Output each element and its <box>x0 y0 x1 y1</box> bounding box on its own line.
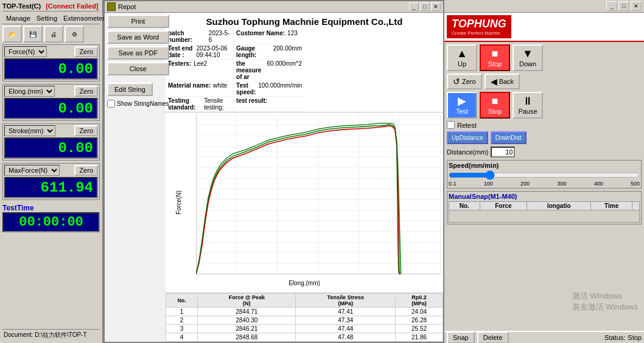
stop2-label: Stop <box>488 108 502 115</box>
report-titlebar: Repot _ □ ✕ <box>105 1 443 13</box>
distance-input[interactable] <box>491 147 515 158</box>
elong-value: 0.00 <box>4 98 98 119</box>
test-btn[interactable]: ▶ Test <box>447 92 477 119</box>
table-row: 12844.7147.4124.04 <box>166 308 443 316</box>
snap-col-no: No. <box>449 202 480 210</box>
report-window-title: Repot <box>118 3 136 10</box>
stroke-zero-btn[interactable]: Zero <box>74 125 98 136</box>
speed-tick-labels: 0.1 100 200 300 400 500 <box>449 181 640 187</box>
report-buttons: Print Save as Word Save as PDF Close Edi… <box>107 15 169 108</box>
save-pdf-btn[interactable]: Save as PDF <box>107 46 169 60</box>
stroke-value: 0.00 <box>4 137 98 159</box>
maxforce-zero-btn[interactable]: Zero <box>74 165 98 176</box>
close-btn[interactable]: Close <box>107 62 169 75</box>
document-label: Document: <box>4 331 33 338</box>
testtime-section: TestTime 00:00:00 <box>2 203 100 232</box>
maximize-btn[interactable]: □ <box>420 2 430 11</box>
save-btn[interactable]: 💾 <box>23 26 43 43</box>
table-row: 22840.3047.3426.28 <box>166 316 443 325</box>
speed-slider-container: 0.1 100 200 300 400 500 <box>449 170 640 187</box>
back-label: Back <box>499 78 514 85</box>
tophung-logo: TOPHUNG <box>452 18 506 30</box>
stroke-dropdown[interactable]: Stroke(mm) <box>4 125 55 136</box>
chart-y-label: Force(N) <box>175 190 182 214</box>
close-report-btn[interactable]: ✕ <box>431 2 441 11</box>
snap-col-force: Force <box>480 202 527 210</box>
up-btn[interactable]: ▲ Up <box>447 44 477 71</box>
show-string-names-label: Show StringNames <box>117 100 169 107</box>
right-close-btn[interactable]: ✕ <box>631 1 642 11</box>
menu-manage[interactable]: Manage <box>4 14 33 23</box>
zero-ctrl-label: Zero <box>462 78 476 85</box>
report-window-icon <box>107 2 116 11</box>
testtime-label: TestTime <box>2 204 100 212</box>
table-row: 32846.2147.4425.52 <box>166 325 443 333</box>
pause-label: Pause <box>518 108 537 115</box>
right-top-bar: _ □ ✕ <box>444 0 644 13</box>
maxforce-dropdown[interactable]: MaxForce(N) <box>4 165 60 176</box>
edit-string-btn[interactable]: Edit String <box>107 83 153 96</box>
pause-btn[interactable]: ⏸ Pause <box>513 92 543 119</box>
maxforce-group: MaxForce(N) Zero 611.94 <box>2 163 100 200</box>
down-btn[interactable]: ▼ Down <box>513 44 543 71</box>
open-btn[interactable]: 📂 <box>2 26 22 43</box>
zero-ctrl-btn[interactable]: ↺ Zero <box>447 74 482 89</box>
chart-area: Force(N) <box>166 113 443 293</box>
stop-btn-main[interactable]: ■ Stop <box>480 44 510 71</box>
stroke-group: Stroke(mm) Zero 0.00 <box>2 123 100 161</box>
report-data-table: No. Force @ Peak(N) Tensile Stress(MPa) … <box>166 293 443 342</box>
stop2-btn[interactable]: ■ Stop <box>480 92 510 119</box>
document-bar: Document: D:\拉力软件\TOP-T <box>2 329 100 341</box>
col-no: No. <box>166 294 198 308</box>
up-stop-down-row: ▲ Up ■ Stop ▼ Down <box>447 44 642 71</box>
settings-btn[interactable]: ⚙ <box>65 26 84 43</box>
show-string-names-checkbox[interactable] <box>107 100 115 108</box>
toolbar: 📂 💾 🖨 ⚙ <box>2 26 100 43</box>
right-minimize-btn[interactable]: _ <box>606 1 617 11</box>
zero-back-row: ↺ Zero ◀ Back <box>447 74 642 89</box>
left-panel: TOP-Test(C) [Connect Failed] Manage Sett… <box>0 0 103 343</box>
stop2-icon: ■ <box>492 95 499 106</box>
minimize-btn[interactable]: _ <box>409 2 419 11</box>
elong-group: Elong.(mm) Zero 0.00 <box>2 84 100 121</box>
test-stop-pause-row: ▶ Test ■ Stop ⏸ Pause <box>447 92 642 119</box>
report-window: Repot _ □ ✕ Print Save as Word Save as P… <box>103 0 444 343</box>
down-distance-btn[interactable]: DownDist <box>491 131 527 144</box>
test-icon: ▶ <box>458 95 466 106</box>
menu-setting[interactable]: Setting <box>34 14 60 23</box>
force-dropdown[interactable]: Force(N) <box>4 46 47 57</box>
right-maximize-btn[interactable]: □ <box>618 1 629 11</box>
testtime-value: 00:00:00 <box>2 212 100 232</box>
col-stress: Tensile Stress(MPa) <box>296 294 396 308</box>
elong-zero-btn[interactable]: Zero <box>74 86 98 97</box>
test-label: Test <box>456 108 468 115</box>
manual-snap-section: ManualSnap(M1-M40) No. Force longatio Ti… <box>447 191 642 224</box>
snap-btn[interactable]: Snap <box>447 331 475 343</box>
back-btn[interactable]: ◀ Back <box>485 74 520 89</box>
speed-tick-4: 400 <box>594 181 603 187</box>
speed-slider[interactable] <box>449 170 640 180</box>
snap-col-extra <box>632 202 639 210</box>
force-zero-btn[interactable]: Zero <box>74 46 98 57</box>
report-main-content: Suzhou Tophung Machnie Equipment Co.,Ltd… <box>166 13 443 342</box>
print-btn[interactable]: Print <box>107 15 169 28</box>
company-header: Suzhou Tophung Machnie Equipment Co.,Ltd <box>166 13 443 29</box>
save-word-btn[interactable]: Save as Word <box>107 30 169 44</box>
back-icon: ◀ <box>491 77 497 86</box>
right-panel: _ □ ✕ TOPHUNG Create Perfect Machin ▲ Up… <box>444 0 644 343</box>
manual-snap-title: ManualSnap(M1-M40) <box>449 193 640 200</box>
snap-col-time: Time <box>591 202 632 210</box>
maxforce-value: 611.94 <box>4 177 98 198</box>
stop-icon: ■ <box>492 48 499 59</box>
speed-section: Speed(mm/min) 0.1 100 200 300 400 500 <box>447 160 642 189</box>
force-group: Force(N) Zero 0.00 <box>2 44 100 81</box>
elong-dropdown[interactable]: Elong.(mm) <box>4 86 55 97</box>
menu-extensometer[interactable]: Extensometer <box>61 14 107 23</box>
print-tb-btn[interactable]: 🖨 <box>44 26 63 43</box>
status-label: Status: <box>604 334 625 341</box>
delete-btn[interactable]: Delete <box>477 331 509 343</box>
retest-checkbox[interactable] <box>447 121 455 129</box>
status-value: Stop <box>628 334 642 341</box>
stop-label: Stop <box>488 60 502 68</box>
up-distance-btn[interactable]: UpDistance <box>447 131 488 144</box>
